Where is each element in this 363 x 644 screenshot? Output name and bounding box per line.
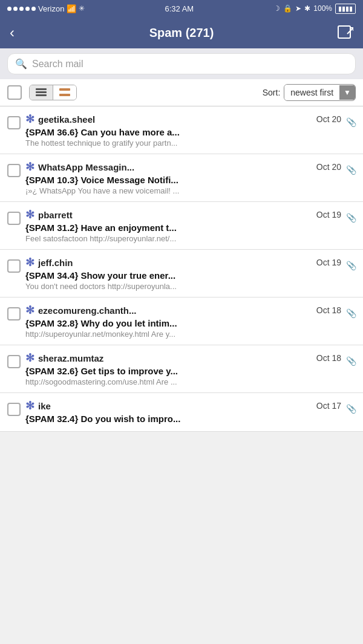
status-bar: Verizon 📶 ✳ 6:32 AM ☽ 🔒 ➤ ✱ 100% ▮▮▮▮ xyxy=(0,0,363,17)
spam-star-icon: ✻ xyxy=(25,399,34,412)
svg-rect-2 xyxy=(36,88,47,90)
signal-dots xyxy=(7,7,36,11)
email-preview: You don't need doctors http://superoyunl… xyxy=(25,282,341,291)
spam-star-icon: ✻ xyxy=(25,208,34,221)
sort-container: Sort: newest first ▼ xyxy=(263,84,356,101)
battery-label: 100% xyxy=(313,4,332,13)
email-item[interactable]: ✻ sheraz.mumtaz Oct 18 {SPAM 32.6} Get t… xyxy=(0,345,363,393)
email-checkbox[interactable] xyxy=(7,259,21,273)
view-toggle xyxy=(29,85,77,100)
email-content: ✻ geetika.sheel Oct 20 {SPAM 36.6} Can y… xyxy=(25,112,341,148)
attachment-icon: 📎 xyxy=(346,404,356,414)
search-placeholder: Search mail xyxy=(32,59,83,70)
email-list: ✻ geetika.sheel Oct 20 {SPAM 36.6} Can y… xyxy=(0,106,363,432)
wifi-icon: 📶 xyxy=(67,4,76,13)
carrier-label: Verizon xyxy=(38,4,64,13)
spam-star-icon: ✻ xyxy=(25,112,34,126)
email-item[interactable]: ✻ geetika.sheel Oct 20 {SPAM 36.6} Can y… xyxy=(0,106,363,154)
attachment-icon: 📎 xyxy=(346,213,356,223)
svg-rect-4 xyxy=(36,94,47,96)
search-icon: 🔍 xyxy=(15,58,27,70)
status-right: ☽ 🔒 ➤ ✱ 100% ▮▮▮▮ xyxy=(273,4,356,14)
email-checkbox[interactable] xyxy=(7,116,21,129)
lock-icon: 🔒 xyxy=(283,4,292,13)
email-sender-row: ✻ ike Oct 17 xyxy=(25,399,341,412)
sort-label: Sort: xyxy=(263,88,281,97)
email-content: ✻ ezecomureng.chanth... Oct 18 {SPAM 32.… xyxy=(25,304,341,339)
battery-icon: ▮▮▮▮ xyxy=(335,4,356,14)
email-checkbox[interactable] xyxy=(7,403,21,416)
activity-icon: ✳ xyxy=(79,4,85,13)
email-sender-info: ✻ pbarrett xyxy=(25,208,73,221)
email-content: ✻ sheraz.mumtaz Oct 18 {SPAM 32.6} Get t… xyxy=(25,351,341,386)
email-date: Oct 19 xyxy=(316,210,341,220)
email-date: Oct 18 xyxy=(316,305,341,315)
sort-arrow-icon: ▼ xyxy=(339,85,355,100)
email-sender-name: pbarrett xyxy=(38,210,73,220)
search-bar[interactable]: 🔍 Search mail xyxy=(7,53,356,74)
email-checkbox[interactable] xyxy=(7,164,21,177)
svg-rect-5 xyxy=(59,88,70,91)
spam-star-icon: ✻ xyxy=(25,304,34,317)
email-date: Oct 18 xyxy=(316,353,341,363)
email-subject: {SPAM 10.3} Voice Message Notifi... xyxy=(25,175,341,185)
email-sender-row: ✻ pbarrett Oct 19 xyxy=(25,208,341,221)
email-preview: The hottest technique to gratify your pa… xyxy=(25,138,341,148)
loose-list-icon xyxy=(59,88,70,97)
spam-star-icon: ✻ xyxy=(25,160,34,174)
compose-icon xyxy=(338,25,353,40)
email-sender-name: jeff.chin xyxy=(38,258,73,268)
email-checkbox[interactable] xyxy=(7,307,21,320)
email-preview: ¡»¿ WhatsApp You have a new voicemail! .… xyxy=(25,186,341,195)
sort-value: newest first xyxy=(284,85,339,100)
email-item[interactable]: ✻ pbarrett Oct 19 {SPAM 31.2} Have an en… xyxy=(0,202,363,250)
email-item[interactable]: ✻ jeff.chin Oct 19 {SPAM 34.4} Show your… xyxy=(0,250,363,298)
attachment-icon: 📎 xyxy=(346,261,356,270)
status-time: 6:32 AM xyxy=(165,4,194,13)
email-sender-name: sheraz.mumtaz xyxy=(38,353,103,363)
email-checkbox[interactable] xyxy=(7,355,21,368)
email-content: ✻ WhatsApp Messagin... Oct 20 {SPAM 10.3… xyxy=(25,160,341,195)
view-loose-button[interactable] xyxy=(53,85,76,100)
email-content: ✻ pbarrett Oct 19 {SPAM 31.2} Have an en… xyxy=(25,208,341,243)
back-button[interactable]: ‹ xyxy=(10,24,28,41)
email-checkbox[interactable] xyxy=(7,212,21,225)
view-dense-button[interactable] xyxy=(30,85,53,100)
attachment-icon: 📎 xyxy=(346,356,356,366)
moon-icon: ☽ xyxy=(273,4,280,13)
email-sender-row: ✻ geetika.sheel Oct 20 xyxy=(25,112,341,126)
svg-rect-6 xyxy=(59,94,70,96)
search-bar-container: 🔍 Search mail xyxy=(0,48,363,79)
header: ‹ Spam (271) xyxy=(0,17,363,48)
location-icon: ➤ xyxy=(295,4,301,13)
compose-button[interactable] xyxy=(335,25,353,40)
attachment-icon: 📎 xyxy=(346,117,356,127)
email-content: ✻ jeff.chin Oct 19 {SPAM 34.4} Show your… xyxy=(25,256,341,291)
email-sender-row: ✻ ezecomureng.chanth... Oct 18 xyxy=(25,304,341,317)
email-sender-name: ike xyxy=(38,401,51,411)
spam-star-icon: ✻ xyxy=(25,351,34,365)
select-all-checkbox[interactable] xyxy=(7,85,22,100)
attachment-icon: 📎 xyxy=(346,308,356,318)
email-date: Oct 17 xyxy=(316,401,341,411)
email-item[interactable]: ✻ ezecomureng.chanth... Oct 18 {SPAM 32.… xyxy=(0,298,363,345)
email-content: ✻ ike Oct 17 {SPAM 32.4} Do you wish to … xyxy=(25,399,341,425)
email-item[interactable]: ✻ ike Oct 17 {SPAM 32.4} Do you wish to … xyxy=(0,393,363,432)
email-preview: http://superoyunlar.net/monkey.html Are … xyxy=(25,330,341,339)
email-sender-name: WhatsApp Messagin... xyxy=(38,162,134,172)
email-sender-row: ✻ WhatsApp Messagin... Oct 20 xyxy=(25,160,341,174)
email-item[interactable]: ✻ WhatsApp Messagin... Oct 20 {SPAM 10.3… xyxy=(0,154,363,202)
email-date: Oct 20 xyxy=(316,162,341,172)
dense-list-icon xyxy=(36,88,47,97)
email-date: Oct 20 xyxy=(316,114,341,124)
status-left: Verizon 📶 ✳ xyxy=(7,4,85,13)
svg-rect-3 xyxy=(36,91,47,93)
email-preview: Feel satosfactoon http://superoyunlar.ne… xyxy=(25,234,341,243)
sort-dropdown[interactable]: newest first ▼ xyxy=(284,84,356,101)
email-subject: {SPAM 32.4} Do you wish to impro... xyxy=(25,414,341,424)
email-sender-info: ✻ geetika.sheel xyxy=(25,112,95,126)
email-sender-name: geetika.sheel xyxy=(38,114,95,125)
email-sender-info: ✻ WhatsApp Messagin... xyxy=(25,160,134,174)
spam-star-icon: ✻ xyxy=(25,256,34,269)
email-sender-info: ✻ jeff.chin xyxy=(25,256,73,269)
